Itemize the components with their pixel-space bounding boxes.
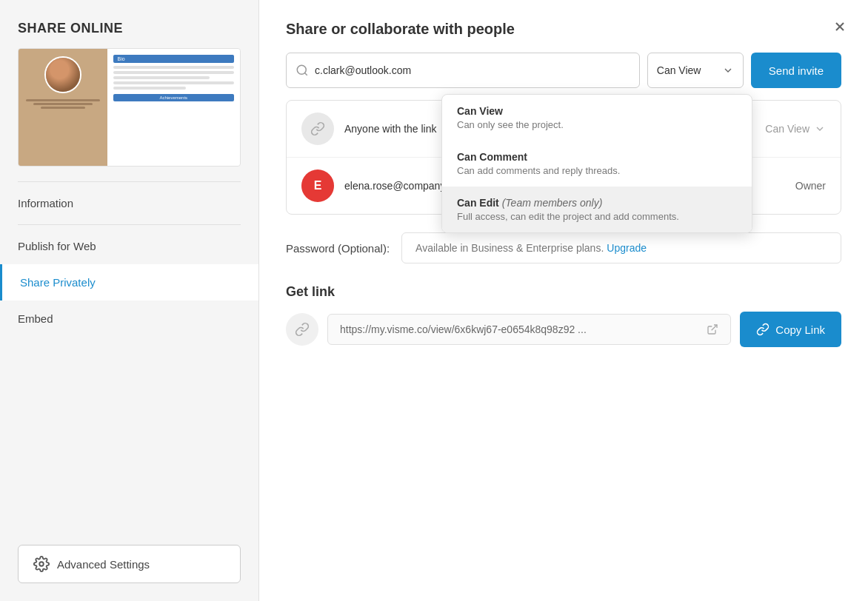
- permission-dropdown: Can View Can only see the project. Can C…: [441, 94, 752, 233]
- advanced-settings-button[interactable]: Advanced Settings: [18, 545, 241, 583]
- sidebar-item-information[interactable]: Information: [0, 185, 258, 221]
- get-link-title: Get link: [286, 284, 841, 300]
- chevron-down-icon: [722, 64, 734, 76]
- dropdown-item-can-edit[interactable]: Can Edit (Team members only) Full access…: [442, 187, 752, 232]
- password-upgrade-text: Available in Business & Enterprise plans…: [415, 242, 604, 254]
- avatar: [301, 113, 334, 145]
- advanced-settings-label: Advanced Settings: [57, 558, 150, 571]
- svg-point-3: [297, 65, 306, 74]
- permission-select[interactable]: Can View: [647, 53, 744, 88]
- project-preview: Bio Achievements: [18, 48, 241, 167]
- permission-select-text: Can View: [657, 64, 718, 76]
- dropdown-item-title-can-comment: Can Comment: [457, 151, 737, 163]
- link-url-box: https://my.visme.co/view/6x6kwj67-e0654k…: [327, 314, 731, 345]
- dropdown-item-title-can-view: Can View: [457, 105, 737, 117]
- person-role: Can View: [765, 123, 809, 135]
- password-upgrade-box: Available in Business & Enterprise plans…: [401, 232, 841, 263]
- send-invite-button[interactable]: Send invite: [751, 53, 841, 88]
- email-input-wrap: [286, 53, 640, 88]
- dropdown-item-desc-can-edit: Full access, can edit the project and ad…: [457, 211, 737, 222]
- link-url-text: https://my.visme.co/view/6x6kwj67-e0654k…: [340, 323, 701, 335]
- avatar: E: [301, 169, 334, 202]
- sidebar-title: SHARE ONLINE: [0, 0, 258, 48]
- link-row: https://my.visme.co/view/6x6kwj67-e0654k…: [286, 312, 841, 347]
- svg-line-4: [304, 73, 307, 75]
- link-icon-wrap: [286, 313, 318, 346]
- link-icon: [295, 322, 310, 337]
- page-title: Share or collaborate with people: [286, 21, 841, 38]
- copy-link-label: Copy Link: [775, 323, 825, 336]
- sidebar-item-embed[interactable]: Embed: [0, 300, 258, 337]
- sidebar-item-share-privately[interactable]: Share Privately: [0, 264, 258, 300]
- invite-row: Can View Send invite Can View Can only s…: [286, 53, 841, 88]
- sidebar-divider: [18, 181, 241, 182]
- sidebar-divider-2: [18, 224, 241, 225]
- email-field[interactable]: [315, 64, 630, 76]
- password-label: Password (Optional):: [286, 242, 390, 255]
- person-role-owner: Owner: [795, 180, 826, 192]
- close-button[interactable]: [827, 13, 853, 40]
- dropdown-item-desc-can-comment: Can add comments and reply threads.: [457, 165, 737, 176]
- external-link-icon: [707, 323, 718, 335]
- dropdown-item-can-comment[interactable]: Can Comment Can add comments and reply t…: [442, 141, 752, 187]
- main-panel: Share or collaborate with people Can Vie…: [259, 0, 868, 601]
- gear-icon: [33, 556, 50, 572]
- svg-point-0: [39, 562, 44, 566]
- close-icon: [832, 19, 847, 34]
- link-icon: [310, 121, 325, 136]
- svg-line-5: [712, 325, 717, 330]
- link-copy-icon: [756, 323, 769, 336]
- password-row: Password (Optional): Available in Busine…: [286, 232, 841, 263]
- dropdown-item-can-view[interactable]: Can View Can only see the project.: [442, 95, 752, 141]
- upgrade-link[interactable]: Upgrade: [607, 242, 647, 254]
- search-icon: [296, 64, 309, 77]
- dropdown-item-desc-can-view: Can only see the project.: [457, 119, 737, 130]
- sidebar: SHARE ONLINE Bio Achievements Informatio…: [0, 0, 259, 601]
- copy-link-button[interactable]: Copy Link: [740, 312, 841, 347]
- dropdown-item-title-can-edit: Can Edit (Team members only): [457, 197, 737, 209]
- chevron-down-icon: [814, 123, 826, 135]
- role-select[interactable]: Can View: [765, 123, 826, 135]
- sidebar-item-publish[interactable]: Publish for Web: [0, 228, 258, 264]
